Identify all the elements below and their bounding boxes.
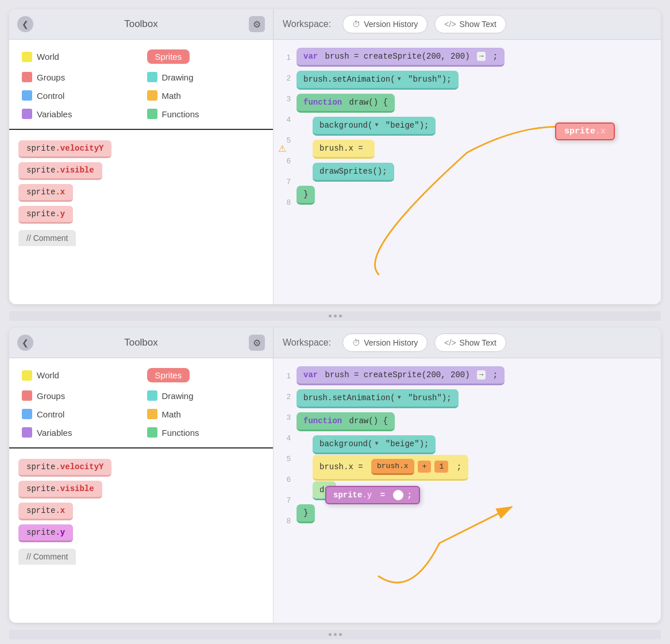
category-world-1[interactable]: World: [18, 47, 139, 67]
gear-button-1[interactable]: ⚙: [249, 16, 265, 32]
back-button-2[interactable]: ❮: [17, 335, 33, 351]
toolbox-title-2: Toolbox: [38, 337, 244, 348]
block-velocityY-1[interactable]: sprite.velocityY: [18, 140, 111, 158]
ws-block-2-1[interactable]: var brush = createSprite(200, 200) → ;: [297, 366, 505, 385]
block-y-1[interactable]: sprite.y: [18, 206, 73, 224]
comment-block-1[interactable]: // Comment: [18, 230, 76, 246]
category-variables-2[interactable]: Variables: [18, 424, 139, 440]
category-math-2[interactable]: Math: [144, 406, 264, 422]
variables-dot-2: [22, 427, 32, 438]
ws-line-2-1: var brush = createSprite(200, 200) → ;: [297, 365, 654, 386]
category-drawing-2[interactable]: Drawing: [144, 388, 264, 404]
clock-icon-2: ⏱: [352, 338, 360, 347]
ws-block-2-4[interactable]: background(▼ "beige");: [313, 435, 436, 454]
editor-panel-2: ❮ Toolbox ⚙ Workspace: ⏱ Version History…: [9, 328, 661, 623]
ws-line-1-8: [297, 208, 654, 228]
ws-line-2-2: brush.setAnimation(▼ "brush");: [297, 388, 654, 409]
linenum-1-4: 4: [274, 109, 294, 129]
panels-container: ❮ Toolbox ⚙ Workspace: ⏱ Version History…: [9, 9, 661, 639]
gear-button-2[interactable]: ⚙: [249, 335, 265, 351]
ws-line-2-4: background(▼ "beige");: [297, 434, 654, 455]
drawing-label-1: Drawing: [162, 72, 194, 82]
linenum-1-2: 2: [274, 67, 294, 88]
code-icon-1: </>: [444, 20, 456, 29]
line-numbers-2: 1 2 3 4 5 6 7 8: [274, 358, 294, 531]
show-text-btn-1[interactable]: </> Show Text: [434, 15, 506, 33]
version-history-btn-2[interactable]: ⏱ Version History: [342, 334, 428, 352]
comment-block-2[interactable]: // Comment: [18, 549, 76, 565]
back-button-1[interactable]: ❮: [17, 16, 33, 32]
block-x-1[interactable]: sprite.x: [18, 184, 73, 202]
ws-block-2-5[interactable]: brush.x = brush.x + 1 ;: [313, 455, 468, 481]
linenum-2-6: 6: [274, 469, 294, 489]
workspace-header-2: Workspace: ⏱ Version History </> Show Te…: [274, 328, 661, 358]
ws-line-1-5: ⚠ brush.x =: [297, 139, 654, 159]
category-groups-1[interactable]: Groups: [18, 69, 139, 85]
ws-block-1-6[interactable]: drawSprites();: [313, 163, 394, 182]
ws-block-2-7[interactable]: }: [297, 504, 315, 523]
workspace-area-1: 1 2 3 4 5 6 7 8 var brush = createSprite…: [274, 40, 661, 304]
functions-label-2: Functions: [162, 428, 199, 438]
category-sprites-2[interactable]: Sprites: [144, 365, 264, 385]
category-functions-2[interactable]: Functions: [144, 424, 264, 440]
ws-block-1-3[interactable]: function draw() {: [297, 94, 395, 113]
block-visible-2[interactable]: sprite.visible: [18, 481, 102, 499]
version-history-btn-1[interactable]: ⏱ Version History: [342, 15, 428, 33]
category-grid-2: World Sprites Groups Drawing: [9, 358, 273, 447]
linenum-1-3: 3: [274, 88, 294, 109]
ws-block-1-7[interactable]: }: [297, 186, 315, 205]
toolbox-divider-2: [9, 447, 273, 448]
workspace-label-1: Workspace:: [283, 19, 331, 29]
category-sprites-1[interactable]: Sprites: [144, 47, 264, 67]
linenum-1-8: 8: [274, 191, 294, 212]
functions-dot-1: [147, 109, 157, 119]
groups-dot-1: [22, 72, 32, 82]
workspace-header-1: Workspace: ⏱ Version History </> Show Te…: [274, 9, 661, 39]
variables-label-1: Variables: [37, 109, 72, 119]
block-list-2: sprite.velocityY sprite.visible sprite.x…: [9, 454, 273, 569]
category-math-1[interactable]: Math: [144, 87, 264, 103]
ws-block-2-3[interactable]: function draw() {: [297, 412, 395, 431]
linenum-2-8: 8: [274, 510, 294, 531]
block-velocityY-2[interactable]: sprite.velocityY: [18, 459, 111, 477]
ws-block-1-5[interactable]: brush.x =: [313, 140, 375, 159]
block-visible-1[interactable]: sprite.visible: [18, 162, 102, 180]
code-area-2: var brush = createSprite(200, 200) → ; b…: [297, 365, 654, 547]
block-x-2[interactable]: sprite.x: [18, 503, 73, 520]
math-label-2: Math: [162, 409, 181, 419]
groups-dot-2: [22, 390, 32, 401]
toolbox-header-1: ❮ Toolbox ⚙: [9, 9, 274, 39]
separator-bottom: [9, 630, 661, 639]
ws-line-2-5: brush.x = brush.x + 1 ;: [297, 457, 654, 478]
functions-dot-2: [147, 427, 157, 438]
ws-block-1-4[interactable]: background(▼ "beige");: [313, 117, 436, 136]
category-variables-1[interactable]: Variables: [18, 106, 139, 122]
category-world-2[interactable]: World: [18, 365, 139, 385]
warning-icon-1: ⚠: [278, 143, 286, 154]
category-control-2[interactable]: Control: [18, 406, 139, 422]
panel-2-body: World Sprites Groups Drawing: [9, 358, 661, 623]
math-dot-1: [147, 90, 157, 101]
block-list-1: sprite.velocityY sprite.visible sprite.x…: [9, 136, 273, 251]
comment-label-2: // Comment: [26, 552, 68, 561]
ws-block-1-1[interactable]: var brush = createSprite(200, 200) → ;: [297, 48, 505, 67]
ws-line-1-7: }: [297, 185, 654, 205]
floating-sprite-y-2[interactable]: sprite.y = ;: [325, 486, 420, 504]
show-text-btn-2[interactable]: </> Show Text: [434, 334, 506, 352]
math-label-1: Math: [162, 91, 181, 101]
floating-sprite-x-1[interactable]: sprite.x: [555, 122, 615, 140]
ws-block-1-2[interactable]: brush.setAnimation(▼ "brush");: [297, 71, 459, 90]
ws-line-2-8: [297, 526, 654, 547]
category-drawing-1[interactable]: Drawing: [144, 69, 264, 85]
workspace-label-2: Workspace:: [283, 338, 331, 348]
category-groups-2[interactable]: Groups: [18, 388, 139, 404]
category-functions-1[interactable]: Functions: [144, 106, 264, 122]
ws-block-2-2[interactable]: brush.setAnimation(▼ "brush");: [297, 389, 459, 408]
world-label-2: World: [37, 370, 59, 380]
block-y-2[interactable]: sprite.y: [18, 524, 73, 542]
ws-line-2-7: }: [297, 503, 654, 524]
control-label-1: Control: [37, 91, 64, 101]
control-dot-2: [22, 409, 32, 419]
category-control-1[interactable]: Control: [18, 87, 139, 103]
linenum-2-5: 5: [274, 448, 294, 469]
